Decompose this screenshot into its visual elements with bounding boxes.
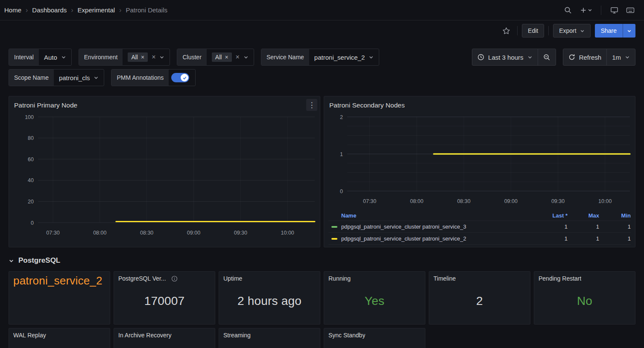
share-button[interactable]: Share — [595, 24, 623, 38]
chevron-down-icon — [243, 55, 249, 60]
chevron-down-icon — [94, 75, 99, 80]
stat-panel-uptime: Uptime 2 hours ago — [219, 271, 320, 325]
clock-icon — [477, 54, 484, 61]
pmm-annotations-toggle[interactable] — [171, 73, 189, 82]
cluster-variable: Cluster All × × — [177, 49, 254, 66]
panel-wal-replay: WAL Replay — [9, 328, 110, 348]
breadcrumb: Home › Dashboards › Experimental › Patro… — [4, 6, 167, 14]
chevron-down-icon — [369, 55, 374, 60]
breadcrumb-separator: › — [71, 6, 73, 14]
row-postgresql-collapse[interactable]: PostgreSQL — [9, 254, 635, 267]
cluster-select[interactable]: All × × — [207, 49, 254, 65]
toggle-knob — [181, 74, 188, 81]
svg-text:100: 100 — [25, 114, 34, 120]
breadcrumb-dashboards[interactable]: Dashboards — [32, 6, 67, 14]
dashboard-variables: Interval Auto Environment All × × Cluste… — [9, 49, 635, 86]
svg-text:10:00: 10:00 — [281, 230, 294, 236]
environment-select[interactable]: All × × — [123, 49, 170, 65]
stat-value: 2 hours ago — [237, 294, 302, 308]
stat-value: No — [577, 294, 592, 308]
primary-node-chart[interactable]: 02040608010007:3008:0008:3009:0009:3010:… — [12, 111, 317, 241]
panel-menu-icon[interactable]: ⋮ — [306, 99, 317, 111]
panel-streaming: Streaming — [219, 328, 320, 348]
clear-selection-icon[interactable]: × — [236, 53, 240, 61]
svg-text:09:00: 09:00 — [504, 198, 518, 204]
breadcrumb-home[interactable]: Home — [4, 6, 21, 14]
svg-text:60: 60 — [28, 157, 34, 162]
chevron-down-icon — [61, 55, 66, 60]
interval-select[interactable]: Auto — [39, 49, 71, 65]
top-nav-bar: Home › Dashboards › Experimental › Patro… — [0, 0, 644, 20]
legend-column-last[interactable]: Last * — [536, 212, 568, 219]
add-dropdown-button[interactable] — [577, 5, 595, 15]
nav-divider — [601, 6, 601, 15]
series-color-swatch — [331, 238, 337, 240]
environment-chip-all[interactable]: All × — [128, 52, 148, 62]
share-button-group: Share — [595, 24, 635, 38]
panel-patroni-secondary-nodes: Patroni Secondary Nodes 01207:3008:0008:… — [324, 96, 635, 247]
stat-title: PostgreSQL Ver... — [118, 275, 166, 282]
service-name-label: Service Name — [261, 49, 309, 65]
scope-name-label: Scope Name — [9, 70, 54, 86]
info-icon[interactable] — [171, 276, 178, 282]
breadcrumb-experimental[interactable]: Experimental — [78, 6, 115, 14]
environment-variable: Environment All × × — [79, 49, 170, 66]
export-button[interactable]: Export — [553, 24, 590, 38]
stat-title: Sync Standby — [328, 332, 365, 339]
plus-icon — [580, 7, 587, 14]
refresh-interval-select[interactable]: 1m — [607, 49, 635, 65]
secondary-nodes-chart[interactable]: 01207:3008:0008:3009:0009:3010:00 — [328, 111, 632, 210]
edit-button[interactable]: Edit — [522, 24, 544, 38]
legend-series-toggle[interactable]: pdpgsql_patroni_service_cluster patroni_… — [328, 235, 536, 242]
legend-column-name[interactable]: Name — [328, 212, 536, 219]
svg-text:1: 1 — [340, 151, 343, 157]
interval-label: Interval — [9, 49, 39, 65]
star-icon[interactable] — [499, 24, 513, 38]
refresh-icon — [568, 54, 575, 61]
zoom-out-time-button[interactable] — [538, 49, 556, 65]
stat-title: Streaming — [223, 332, 251, 339]
stat-panel-timeline: Timeline 2 — [429, 271, 530, 325]
top-nav-actions — [561, 3, 637, 17]
stat-value: 170007 — [144, 294, 185, 308]
panel-title[interactable]: Patroni Primary Node — [12, 99, 316, 111]
time-range-picker[interactable]: Last 3 hours — [472, 49, 538, 65]
svg-text:07:30: 07:30 — [46, 230, 59, 236]
legend-series-name: pdpgsql_patroni_service_cluster patroni_… — [341, 235, 466, 242]
refresh-button[interactable]: Refresh — [563, 49, 607, 65]
dashboard-toolbar: Edit Export Share — [0, 20, 644, 41]
cluster-chip-all[interactable]: All × — [212, 52, 232, 62]
legend-column-min[interactable]: Min — [599, 212, 631, 219]
legend-last-value: 1 — [536, 235, 568, 242]
scope-name-select[interactable]: patroni_cls — [54, 70, 104, 86]
svg-text:09:30: 09:30 — [551, 198, 565, 204]
service-name-select[interactable]: patroni_service_2 — [309, 49, 379, 65]
svg-text:0: 0 — [31, 220, 34, 226]
stats-row: patroni_service_2 PostgreSQL Ver... 1700… — [9, 271, 635, 325]
interval-value: Auto — [44, 54, 57, 61]
legend-max-value: 1 — [568, 235, 599, 242]
section-title: PostgreSQL — [18, 256, 60, 265]
share-dropdown-button[interactable] — [623, 24, 635, 38]
legend-row: pdpgsql_patroni_service_cluster patroni_… — [328, 233, 631, 245]
keyboard-shortcuts-icon[interactable] — [624, 3, 637, 17]
chip-remove-icon[interactable]: × — [225, 54, 228, 60]
chip-remove-icon[interactable]: × — [141, 54, 144, 60]
clear-selection-icon[interactable]: × — [152, 53, 155, 61]
export-button-label: Export — [559, 27, 576, 34]
chevron-down-icon — [527, 55, 533, 60]
svg-text:07:30: 07:30 — [363, 198, 376, 204]
chevron-down-icon — [9, 258, 14, 264]
panel-title[interactable]: Patroni Secondary Nodes — [328, 99, 632, 111]
stat-title: Pending Restart — [539, 275, 581, 282]
tv-mode-icon[interactable] — [607, 3, 621, 17]
svg-text:08:30: 08:30 — [457, 198, 470, 204]
legend-column-max[interactable]: Max — [568, 212, 599, 219]
legend-series-toggle[interactable]: pdpgsql_patroni_service_cluster patroni_… — [328, 223, 536, 230]
stat-title: Running — [328, 275, 351, 282]
panel-sync-standby: Sync Standby — [324, 328, 425, 348]
search-icon[interactable] — [561, 3, 575, 17]
toolbar-divider — [517, 26, 518, 35]
scope-name-value: patroni_cls — [59, 74, 90, 81]
svg-text:09:00: 09:00 — [187, 230, 200, 236]
